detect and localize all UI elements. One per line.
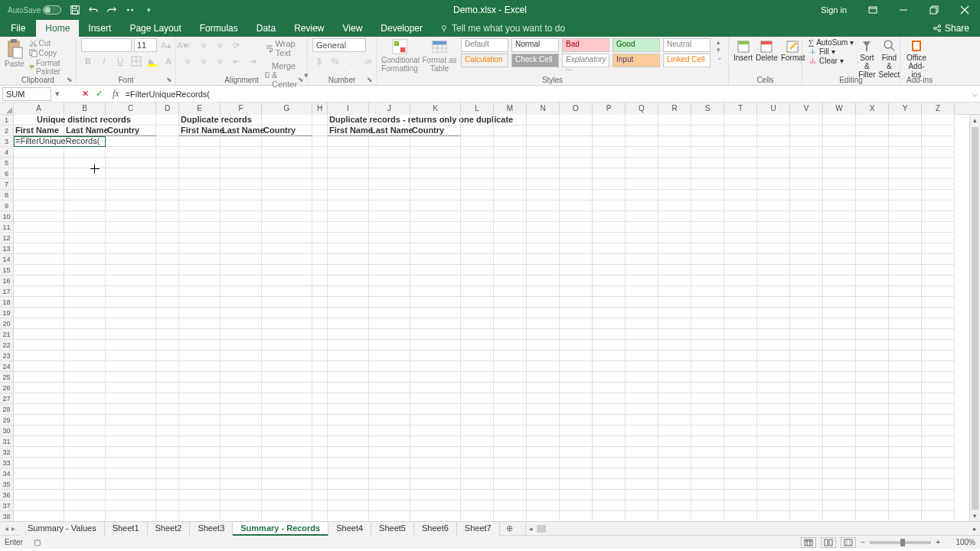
col-header-V[interactable]: V <box>790 103 823 115</box>
cell-Y37[interactable] <box>889 500 922 511</box>
cell-W22[interactable] <box>823 340 856 350</box>
cell-R22[interactable] <box>658 340 691 350</box>
cell-Z1[interactable] <box>922 115 955 126</box>
cell-U28[interactable] <box>757 404 790 415</box>
cell-H8[interactable] <box>312 190 328 201</box>
cell-C19[interactable] <box>106 308 156 318</box>
col-header-R[interactable]: R <box>658 103 691 115</box>
cell-G13[interactable] <box>262 243 312 254</box>
cell-S36[interactable] <box>691 490 724 500</box>
cell-K37[interactable] <box>410 500 461 511</box>
cell-U10[interactable] <box>757 211 790 222</box>
style-scroll-up-icon[interactable]: ▴ <box>717 38 723 46</box>
cell-S13[interactable] <box>691 243 724 254</box>
font-size-input[interactable] <box>134 38 157 52</box>
cell-N7[interactable] <box>527 179 560 190</box>
scroll-left-icon[interactable]: ◂ <box>526 525 537 533</box>
row-header-32[interactable]: 32 <box>0 447 14 458</box>
cell-H10[interactable] <box>312 211 328 222</box>
cell-J8[interactable] <box>369 190 410 201</box>
cell-Y28[interactable] <box>889 404 922 415</box>
cell-T7[interactable] <box>724 179 757 190</box>
cell-T8[interactable] <box>724 190 757 201</box>
cell-Q6[interactable] <box>626 168 658 179</box>
cell-X35[interactable] <box>856 479 889 490</box>
cell-T3[interactable] <box>724 136 757 147</box>
cell-A30[interactable] <box>14 425 64 436</box>
cell-S28[interactable] <box>691 404 724 415</box>
cell-P15[interactable] <box>593 265 626 276</box>
cell-U19[interactable] <box>757 308 790 318</box>
cell-K4[interactable] <box>410 147 461 158</box>
cell-E28[interactable] <box>179 404 220 415</box>
col-header-P[interactable]: P <box>593 103 626 115</box>
cell-Y34[interactable] <box>889 468 922 479</box>
cell-W26[interactable] <box>823 383 856 393</box>
cell-T5[interactable] <box>724 158 757 168</box>
cell-V31[interactable] <box>790 436 823 447</box>
cell-O5[interactable] <box>560 158 593 168</box>
cell-M27[interactable] <box>494 393 527 404</box>
cell-A5[interactable] <box>14 158 64 168</box>
cell-Q10[interactable] <box>626 211 658 222</box>
cell-Y17[interactable] <box>889 286 922 297</box>
cell-T30[interactable] <box>724 425 757 436</box>
cell-N32[interactable] <box>527 447 560 458</box>
cell-Y8[interactable] <box>889 190 922 201</box>
cell-V10[interactable] <box>790 211 823 222</box>
cell-P8[interactable] <box>593 190 626 201</box>
cell-J25[interactable] <box>369 372 410 383</box>
currency-icon[interactable]: $ <box>312 54 326 68</box>
cell-D2[interactable] <box>156 126 179 136</box>
autosum-button[interactable]: ∑AutoSum ▾ <box>807 38 855 47</box>
cell-Y32[interactable] <box>889 447 922 458</box>
cell-Z27[interactable] <box>922 393 955 404</box>
cell-J2[interactable]: Last Name <box>369 126 410 136</box>
cell-B10[interactable] <box>64 211 106 222</box>
cell-F8[interactable] <box>220 190 262 201</box>
cell-F22[interactable] <box>220 340 262 350</box>
cell-C1[interactable] <box>106 115 156 126</box>
cell-L12[interactable] <box>461 233 494 243</box>
tab-page-layout[interactable]: Page Layout <box>120 20 190 37</box>
col-header-W[interactable]: W <box>823 103 856 115</box>
cell-C7[interactable] <box>106 179 156 190</box>
cell-M28[interactable] <box>494 404 527 415</box>
cell-T25[interactable] <box>724 372 757 383</box>
scroll-right-icon[interactable]: ▸ <box>969 525 980 533</box>
cell-N2[interactable] <box>527 126 560 136</box>
cell-C29[interactable] <box>106 415 156 425</box>
minimize-icon[interactable] <box>888 0 919 20</box>
cell-B32[interactable] <box>64 447 106 458</box>
cell-E13[interactable] <box>179 243 220 254</box>
row-header-28[interactable]: 28 <box>0 404 14 415</box>
cell-P11[interactable] <box>593 222 626 233</box>
cell-V4[interactable] <box>790 147 823 158</box>
row-header-22[interactable]: 22 <box>0 340 14 350</box>
cell-X34[interactable] <box>856 468 889 479</box>
cell-C26[interactable] <box>106 383 156 393</box>
align-top-icon[interactable]: ≡ <box>181 38 194 52</box>
col-header-O[interactable]: O <box>560 103 593 115</box>
cell-E6[interactable] <box>179 168 220 179</box>
cell-A17[interactable] <box>14 286 64 297</box>
cell-L4[interactable] <box>461 147 494 158</box>
cell-U6[interactable] <box>757 168 790 179</box>
cell-R18[interactable] <box>658 297 691 308</box>
cell-L26[interactable] <box>461 383 494 393</box>
cell-N4[interactable] <box>527 147 560 158</box>
file-tab[interactable]: File <box>0 20 36 37</box>
cell-U3[interactable] <box>757 136 790 147</box>
cell-E4[interactable] <box>179 147 220 158</box>
cell-J28[interactable] <box>369 404 410 415</box>
cell-V34[interactable] <box>790 468 823 479</box>
cell-Y27[interactable] <box>889 393 922 404</box>
cell-M1[interactable] <box>494 115 527 126</box>
cell-K21[interactable] <box>410 329 461 340</box>
copy-button[interactable]: Copy <box>28 48 71 58</box>
cell-N23[interactable] <box>527 350 560 361</box>
cell-Y22[interactable] <box>889 340 922 350</box>
row-header-36[interactable]: 36 <box>0 490 14 500</box>
cell-O8[interactable] <box>560 190 593 201</box>
cell-A2[interactable]: First Name <box>14 126 64 136</box>
